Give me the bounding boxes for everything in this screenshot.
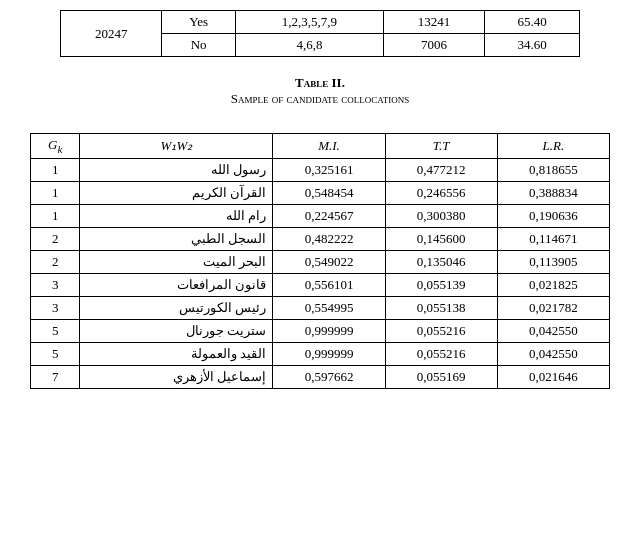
cell-w1w2: القيد والعمولة [80, 342, 273, 365]
main-table: Gk W₁W₂ M.I. T.T L.R. 1رسول الله0,325161… [30, 133, 610, 389]
cell-tt: 0,055169 [385, 365, 497, 388]
cell-gk: 5 [31, 319, 80, 342]
table-row: 3رئيس الكورتيس0,5549950,0551380,021782 [31, 296, 610, 319]
cell-mi: 0,999999 [273, 319, 385, 342]
cell-lr: 0,190636 [497, 204, 609, 227]
cell-gk: 1 [31, 204, 80, 227]
cell-w1w2: رئيس الكورتيس [80, 296, 273, 319]
cell-gk: 7 [31, 365, 80, 388]
cell-gk: 2 [31, 250, 80, 273]
cell-tt: 0,300380 [385, 204, 497, 227]
table-row: 2البحر الميت0,5490220,1350460,113905 [31, 250, 610, 273]
header-w1w2: W₁W₂ [80, 134, 273, 159]
yes-col3-cell: 13241 [383, 11, 484, 34]
cell-tt: 0,145600 [385, 227, 497, 250]
cell-mi: 0,999999 [273, 342, 385, 365]
row-id-cell: 20247 [61, 11, 162, 57]
yes-label-cell: Yes [162, 11, 236, 34]
table-row: 20247 Yes 1,2,3,5,7,9 13241 65.40 [61, 11, 580, 34]
cell-mi: 0,548454 [273, 181, 385, 204]
cell-w1w2: السجل الطبي [80, 227, 273, 250]
table-subtitle: Sample of candidate collocations [20, 91, 620, 107]
cell-w1w2: قانون المرافعات [80, 273, 273, 296]
cell-gk: 3 [31, 273, 80, 296]
cell-gk: 1 [31, 158, 80, 181]
header-mi: M.I. [273, 134, 385, 159]
yes-col2-cell: 1,2,3,5,7,9 [235, 11, 383, 34]
cell-mi: 0,554995 [273, 296, 385, 319]
cell-w1w2: ستريت جورنال [80, 319, 273, 342]
table-header-row: Gk W₁W₂ M.I. T.T L.R. [31, 134, 610, 159]
cell-w1w2: رام الله [80, 204, 273, 227]
top-table: 20247 Yes 1,2,3,5,7,9 13241 65.40 No 4,6… [60, 10, 580, 57]
cell-tt: 0,055216 [385, 342, 497, 365]
table-label: Table II. [20, 75, 620, 91]
header-gk: Gk [31, 134, 80, 159]
no-label-cell: No [162, 34, 236, 57]
cell-gk: 3 [31, 296, 80, 319]
cell-mi: 0,597662 [273, 365, 385, 388]
cell-mi: 0,556101 [273, 273, 385, 296]
table-row: 7إسماعيل الأزهري0,5976620,0551690,021646 [31, 365, 610, 388]
cell-gk: 2 [31, 227, 80, 250]
cell-lr: 0,021646 [497, 365, 609, 388]
cell-lr: 0,388834 [497, 181, 609, 204]
cell-gk: 1 [31, 181, 80, 204]
table-row: 5القيد والعمولة0,9999990,0552160,042550 [31, 342, 610, 365]
cell-mi: 0,224567 [273, 204, 385, 227]
cell-lr: 0,042550 [497, 319, 609, 342]
table-row: 1القرآن الكريم0,5484540,2465560,388834 [31, 181, 610, 204]
cell-gk: 5 [31, 342, 80, 365]
cell-tt: 0,246556 [385, 181, 497, 204]
table-row: 3قانون المرافعات0,5561010,0551390,021825 [31, 273, 610, 296]
cell-w1w2: البحر الميت [80, 250, 273, 273]
cell-lr: 0,113905 [497, 250, 609, 273]
cell-w1w2: إسماعيل الأزهري [80, 365, 273, 388]
header-lr: L.R. [497, 134, 609, 159]
cell-tt: 0,055216 [385, 319, 497, 342]
cell-tt: 0,055138 [385, 296, 497, 319]
cell-lr: 0,021825 [497, 273, 609, 296]
cell-tt: 0,477212 [385, 158, 497, 181]
no-col4-cell: 34.60 [485, 34, 580, 57]
header-tt: T.T [385, 134, 497, 159]
top-table-wrapper: 20247 Yes 1,2,3,5,7,9 13241 65.40 No 4,6… [20, 10, 620, 57]
cell-mi: 0,325161 [273, 158, 385, 181]
table-row: 2السجل الطبي0,4822220,1456000,114671 [31, 227, 610, 250]
cell-lr: 0,114671 [497, 227, 609, 250]
table-row: 5ستريت جورنال0,9999990,0552160,042550 [31, 319, 610, 342]
no-col2-cell: 4,6,8 [235, 34, 383, 57]
cell-lr: 0,818655 [497, 158, 609, 181]
cell-lr: 0,042550 [497, 342, 609, 365]
cell-mi: 0,549022 [273, 250, 385, 273]
cell-lr: 0,021782 [497, 296, 609, 319]
cell-tt: 0,135046 [385, 250, 497, 273]
table-row: 1رسول الله0,3251610,4772120,818655 [31, 158, 610, 181]
yes-col4-cell: 65.40 [485, 11, 580, 34]
no-col3-cell: 7006 [383, 34, 484, 57]
cell-w1w2: القرآن الكريم [80, 181, 273, 204]
section-title: Table II. Sample of candidate collocatio… [20, 75, 620, 107]
table-row: 1رام الله0,2245670,3003800,190636 [31, 204, 610, 227]
cell-tt: 0,055139 [385, 273, 497, 296]
cell-mi: 0,482222 [273, 227, 385, 250]
cell-w1w2: رسول الله [80, 158, 273, 181]
